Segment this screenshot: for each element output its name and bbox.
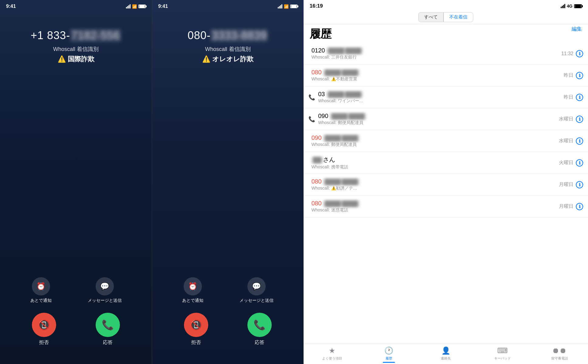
call-log-item-6[interactable]: 080 ████ ████ Whoscall: ⚠️勧誘／テ… 月曜日 ℹ — [304, 174, 588, 196]
call-log-item-3[interactable]: 📞 090 ████ ████ Whoscall: 郵便局配達員 水曜日 ℹ — [304, 108, 588, 130]
call-number-3: 090 ████ ████ — [318, 113, 559, 120]
call-number-0: 0120 ████ ████ — [311, 47, 561, 54]
top-tabs: すべて 不在着信 — [304, 10, 588, 24]
status-icons-1: 📶 — [126, 4, 146, 9]
info-btn-0[interactable]: ℹ — [576, 50, 583, 57]
tab-keypad[interactable]: ⌨ キーパッド — [474, 346, 531, 363]
tab-recents[interactable]: 🕐 履歴 — [360, 346, 417, 363]
message-btn-1[interactable]: 💬 メッセージと送信 — [88, 277, 122, 303]
remind-btn-2[interactable]: ⏰ あとで通知 — [182, 277, 203, 303]
call-time-1: 昨日 — [564, 72, 573, 79]
edit-button[interactable]: 編集 — [572, 25, 582, 32]
missed-icon-3: 📞 — [308, 116, 315, 122]
whoscall-label-2: Whoscall 着信識別 — [205, 46, 250, 53]
ios-status-bar: 16:19 4G — [304, 0, 588, 10]
call-log-middle-4: 090 ████ ████ Whoscall: 郵便局配達員 — [311, 134, 559, 147]
blurred-3: ████ ████ — [330, 113, 366, 120]
call-desc-0: Whoscall: 三井住友銀行 — [311, 55, 561, 60]
call-time-2: 昨日 — [564, 94, 573, 100]
ios-status-icons: 4G — [561, 4, 582, 8]
caller-number-1: +1 833-7182-556 — [31, 29, 121, 42]
tab-active-indicator — [383, 362, 395, 363]
call-buttons-1: 📵 拒否 📞 応答 — [0, 313, 152, 346]
blurred-number-2: 3333-8839 — [211, 29, 268, 42]
time-2: 9:41 — [158, 4, 168, 9]
tab-contacts[interactable]: 👤 連絡先 — [417, 346, 474, 363]
answer-circle-1[interactable]: 📞 — [96, 313, 120, 337]
fraud-warning-2: ⚠️ オレオレ詐欺 — [202, 55, 253, 64]
tab-missed[interactable]: 不在着信 — [444, 12, 473, 22]
recents-label: 履歴 — [386, 356, 392, 361]
call-log-right-1: 昨日 ℹ — [564, 72, 583, 79]
blurred-5: ██ — [311, 157, 323, 163]
bottom-tab-bar: ★ よく使う項目 🕐 履歴 👤 連絡先 ⌨ キーパッド ⏺⏺ 留守番電話 — [304, 344, 588, 364]
call-log-item-4[interactable]: 090 ████ ████ Whoscall: 郵便局配達員 水曜日 ℹ — [304, 130, 588, 152]
call-log-item-5[interactable]: ██さん Whoscall: 携帯電話 火曜日 ℹ — [304, 152, 588, 174]
remind-icon-1: ⏰ — [32, 277, 50, 295]
call-number-6: 080 ████ ████ — [311, 178, 559, 185]
message-icon-1: 💬 — [96, 277, 114, 295]
answer-circle-2[interactable]: 📞 — [247, 313, 272, 337]
call-log-middle-3: 090 ████ ████ Whoscall: 郵便局配達員 — [318, 113, 559, 126]
call-log-middle-7: 080 ████ ████ Whoscall: 迷惑電話 — [311, 200, 559, 213]
info-btn-5[interactable]: ℹ — [576, 159, 583, 167]
tab-favorites[interactable]: ★ よく使う項目 — [304, 346, 360, 363]
ios-battery-icon — [574, 4, 582, 8]
voicemail-label: 留守番電話 — [551, 356, 568, 361]
answer-icon-2: 📞 — [253, 319, 266, 331]
answer-btn-2[interactable]: 📞 応答 — [247, 313, 272, 346]
phone-screen-1: 9:41 📶 +1 833-7182-556 Whoscall 着信識別 ⚠️ … — [0, 0, 152, 364]
call-log-right-4: 水曜日 ℹ — [559, 137, 583, 145]
call-desc-5: Whoscall: 携帯電話 — [311, 164, 559, 170]
answer-btn-1[interactable]: 📞 応答 — [96, 313, 120, 346]
wifi-icon-2: 📶 — [284, 4, 289, 9]
message-icon-2: 💬 — [247, 277, 266, 295]
status-bar-2: 9:41 📶 — [152, 0, 304, 11]
status-bar-1: 9:41 📶 — [0, 0, 152, 11]
call-icon-2: 📞 — [308, 94, 315, 101]
caller-number-2: 080-3333-8839 — [188, 29, 268, 42]
call-time-3: 水曜日 — [559, 116, 573, 122]
favorites-icon: ★ — [329, 346, 335, 355]
call-desc-3: Whoscall: 郵便局配達員 — [318, 120, 559, 126]
fraud-warning-1: ⚠️ 国際詐欺 — [58, 55, 94, 64]
call-desc-6: Whoscall: ⚠️勧誘／テ… — [311, 186, 559, 191]
call-log-middle-0: 0120 ████ ████ Whoscall: 三井住友銀行 — [311, 47, 561, 60]
call-log-right-2: 昨日 ℹ — [564, 94, 583, 101]
call-log-item-2[interactable]: 📞 03 ████ ████ Whoscall: ワインバー… 昨日 ℹ — [304, 86, 588, 108]
time-1: 9:41 — [6, 4, 16, 9]
call-log-middle-6: 080 ████ ████ Whoscall: ⚠️勧誘／テ… — [311, 178, 559, 191]
battery-icon-1 — [138, 5, 146, 8]
voicemail-icon: ⏺⏺ — [552, 346, 567, 355]
call-icon-3: 📞 — [308, 116, 315, 123]
info-btn-7[interactable]: ℹ — [576, 203, 583, 210]
decline-circle-2[interactable]: 📵 — [184, 313, 208, 337]
message-btn-2[interactable]: 💬 メッセージと送信 — [240, 277, 274, 303]
call-time-0: 11:32 — [561, 51, 573, 56]
phone-screen-2: 9:41 📶 080-3333-8839 Whoscall 着信識別 ⚠️ オレ… — [152, 0, 304, 364]
info-btn-2[interactable]: ℹ — [576, 94, 583, 101]
remind-icon-2: ⏰ — [184, 277, 202, 295]
tab-all[interactable]: すべて — [418, 12, 444, 22]
remind-btn-1[interactable]: ⏰ あとで通知 — [30, 277, 52, 303]
battery-icon-2 — [290, 5, 297, 8]
call-log-item-0[interactable]: 0120 ████ ████ Whoscall: 三井住友銀行 11:32 ℹ — [304, 43, 588, 65]
decline-btn-1[interactable]: 📵 拒否 — [32, 313, 56, 346]
tab-voicemail[interactable]: ⏺⏺ 留守番電話 — [531, 346, 588, 363]
wifi-icon-1: 📶 — [132, 4, 137, 9]
call-time-4: 水曜日 — [559, 138, 573, 144]
keypad-icon: ⌨ — [497, 346, 508, 355]
ios-signal-icon — [561, 4, 565, 8]
call-log-item-7[interactable]: 080 ████ ████ Whoscall: 迷惑電話 月曜日 ℹ — [304, 196, 588, 217]
decline-btn-2[interactable]: 📵 拒否 — [184, 313, 208, 346]
info-btn-3[interactable]: ℹ — [576, 116, 583, 123]
decline-circle-1[interactable]: 📵 — [32, 313, 56, 337]
decline-icon-2: 📵 — [190, 319, 202, 331]
call-log-item-1[interactable]: 080 ████ ████ Whoscall: ⚠️不動産営業 昨日 ℹ — [304, 65, 588, 86]
call-log-right-6: 月曜日 ℹ — [559, 181, 583, 188]
info-btn-1[interactable]: ℹ — [576, 72, 583, 79]
info-btn-4[interactable]: ℹ — [576, 137, 583, 145]
call-number-4: 090 ████ ████ — [311, 134, 559, 141]
call-number-5: ██さん — [311, 156, 559, 164]
info-btn-6[interactable]: ℹ — [576, 181, 583, 188]
